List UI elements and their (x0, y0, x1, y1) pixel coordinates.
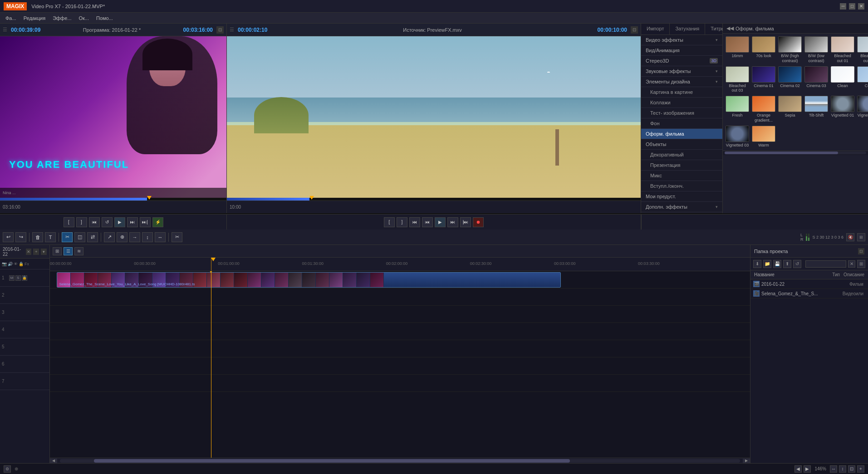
grid-back-icon[interactable]: ◀◀ (726, 25, 734, 31)
category-video-effects[interactable]: Видео эффекты ▾ (641, 35, 722, 45)
category-mix[interactable]: Микс (641, 171, 722, 181)
track-lock-1[interactable]: 🔒 (22, 275, 27, 281)
split-btn[interactable]: ◫ (74, 232, 85, 242)
effect-bw-high[interactable]: B/W (high contrast) (777, 35, 803, 64)
skip-end-btn-right[interactable]: |⏭ (460, 217, 471, 227)
effect-bleached2[interactable]: Bleached out 02 (856, 35, 868, 64)
in-point-btn[interactable]: [ (64, 217, 74, 227)
effect-cold[interactable]: Cold (856, 65, 868, 94)
menu-edit[interactable]: Редакция (20, 15, 49, 22)
category-collage[interactable]: Коллажи (641, 98, 722, 108)
select-btn[interactable]: ↗ (104, 232, 115, 242)
new-folder-btn[interactable]: 📁 (763, 260, 771, 268)
track-solo-1[interactable]: S (15, 275, 21, 281)
close-button[interactable]: ✕ (858, 3, 864, 10)
menu-effects[interactable]: Эффе... (49, 15, 75, 22)
zoom-height-btn[interactable]: ↕ (839, 465, 846, 473)
next-clip-btn[interactable]: ⏭| (140, 217, 151, 227)
skip-start-btn[interactable]: ⏮ (89, 217, 100, 227)
category-view-animation[interactable]: Вид/Анимация (641, 45, 722, 56)
lightning-btn[interactable]: ⚡ (152, 217, 163, 227)
scrollbar-right-btn[interactable]: ▶ (743, 459, 750, 463)
timeline-grid-btn[interactable]: ⊞ (53, 247, 62, 255)
effect-70s[interactable]: 70s look (751, 35, 776, 64)
loop-btn[interactable]: ↺ (102, 217, 113, 227)
effect-clean[interactable]: Clean (830, 65, 855, 94)
zoom-btn[interactable]: ⊕ (117, 232, 128, 242)
left-progress-container[interactable] (0, 198, 226, 200)
mute-btn[interactable]: 🔇 (846, 233, 854, 241)
timeline-close-btn[interactable]: ✕ (26, 249, 32, 255)
view-grid-btn[interactable]: ⊞ (857, 260, 865, 268)
category-additional[interactable]: Дополн. эффекты ▾ (641, 202, 722, 212)
delete-btn[interactable]: 🗑 (32, 232, 43, 242)
category-background[interactable]: Фон (641, 118, 722, 129)
track-mute-1[interactable]: M (9, 275, 15, 281)
tab-fade[interactable]: Затухания (670, 24, 705, 34)
fit-width-btn[interactable]: ↔ (830, 465, 837, 473)
timeline-list-btn[interactable]: ☰ (64, 247, 73, 255)
effect-bleached1[interactable]: Bleached out 01 (830, 35, 855, 64)
category-audio-effects[interactable]: Звуковые эффекты ▾ (641, 66, 722, 77)
effect-sepia[interactable]: Sepia (777, 95, 803, 124)
menu-file[interactable]: Фа... (2, 15, 20, 22)
zoom-out-btn[interactable]: ◀ (794, 465, 802, 473)
undo-btn[interactable]: ↩ (3, 232, 14, 242)
right-progress-container[interactable] (227, 198, 641, 200)
grid-view-btn[interactable]: ⊞ (857, 233, 865, 241)
search-clear-btn[interactable]: ✕ (848, 260, 855, 268)
export-btn[interactable]: ⬆ (783, 260, 791, 268)
zoom-plus-btn[interactable]: + (857, 465, 864, 473)
skip-end-btn[interactable]: ⏭ (127, 217, 138, 227)
category-decorative[interactable]: Декоративный (641, 150, 722, 160)
left-preview-expand-btn[interactable]: ⊡ (216, 26, 224, 34)
panel-expand-btn[interactable]: ⊡ (858, 248, 864, 254)
effect-bw-low[interactable]: B/W (low contrast) (804, 35, 829, 64)
effect-fresh[interactable]: Fresh (725, 95, 750, 124)
menu-help[interactable]: Помо... (93, 15, 117, 22)
project-item-video[interactable]: 🎥 Selena_Gomez_&_The_S... Видеоили (750, 289, 868, 298)
import-btn[interactable]: ⬇ (753, 260, 761, 268)
effect-vignette3[interactable]: Vignetted 03 (725, 125, 750, 149)
project-search-input[interactable] (805, 260, 846, 268)
category-stereo3d[interactable]: Стерео3D 3D (641, 56, 722, 66)
play-btn-right[interactable]: ▶ (435, 217, 446, 227)
out-point-btn[interactable]: ] (76, 217, 87, 227)
refresh-btn[interactable]: ↺ (793, 260, 801, 268)
minimize-button[interactable]: ─ (840, 3, 846, 10)
effect-16mm[interactable]: 16mm (725, 35, 750, 64)
effect-tiltshift[interactable]: Tilt-Shift (804, 95, 829, 124)
out-point-btn-right[interactable]: ] (397, 217, 407, 227)
scrollbar-left-btn[interactable]: ◀ (50, 459, 57, 463)
effect-warm[interactable]: Warm (751, 125, 776, 149)
record-btn[interactable]: ⏺ (473, 217, 484, 227)
prev-frame-btn[interactable]: ⏮ (422, 217, 433, 227)
status-settings-btn[interactable]: ⚙ (4, 465, 11, 473)
effects-scrollbar[interactable] (723, 151, 868, 155)
category-test-images[interactable]: Тест- изображения (641, 108, 722, 118)
zoom-in-btn[interactable]: ▶ (804, 465, 811, 473)
slice-btn[interactable]: ✂ (172, 232, 182, 242)
timeline-dropdown-btn[interactable]: ▾ (41, 249, 47, 255)
category-pip[interactable]: Картина в картине (641, 87, 722, 98)
effect-orange[interactable]: Orange gradient... (751, 95, 776, 124)
right-preview-expand-btn[interactable]: ⊡ (631, 26, 638, 34)
category-design-elements[interactable]: Элементы дизайна ▾ (641, 77, 722, 87)
ripple-btn[interactable]: ⇄ (87, 232, 98, 242)
category-intro[interactable]: Вступл./оконч. (641, 181, 722, 191)
fit-all-btn[interactable]: ⊡ (848, 465, 855, 473)
fit-btn[interactable]: ↔ (155, 232, 166, 242)
effect-cinema3[interactable]: Cinema 03 (804, 65, 829, 94)
video-clip-1[interactable]: Selena_Gomez_The_Scene_Love_You_Like_A_L… (57, 272, 561, 288)
play-btn-left[interactable]: ▶ (114, 217, 125, 227)
in-point-btn-right[interactable]: [ (384, 217, 395, 227)
save-project-btn[interactable]: 💾 (773, 260, 781, 268)
effect-cinema1[interactable]: Cinema 01 (751, 65, 776, 94)
timeline-waveform-btn[interactable]: ≋ (74, 247, 83, 255)
effect-cinema2[interactable]: Cinema 02 (777, 65, 803, 94)
swap-btn[interactable]: ↕ (142, 232, 153, 242)
skip-start-btn-right[interactable]: ⏮ (409, 217, 420, 227)
title-btn[interactable]: T (45, 232, 56, 242)
effect-vignette2[interactable]: Vignetted 02 (856, 95, 868, 124)
category-objects[interactable]: Объекты (641, 139, 722, 150)
